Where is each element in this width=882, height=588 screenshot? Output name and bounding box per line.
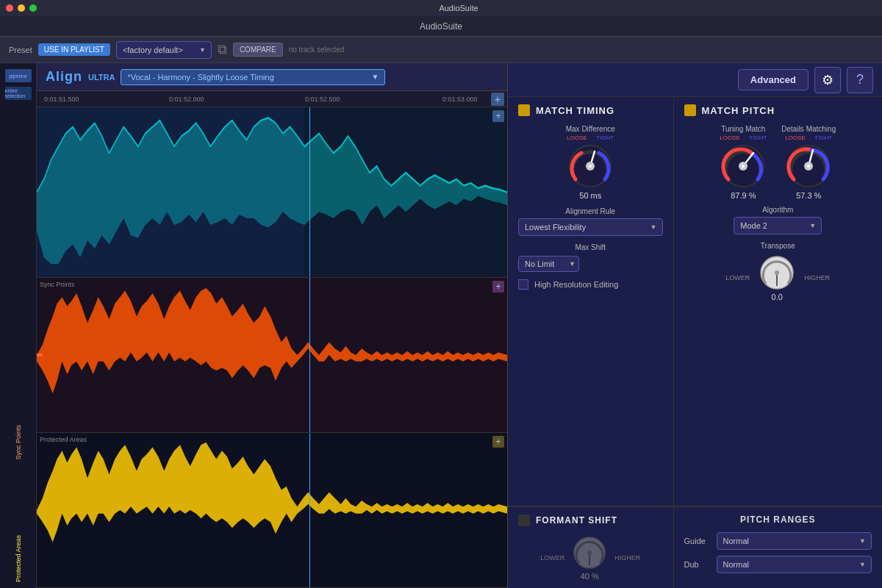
- help-button[interactable]: ?: [847, 67, 873, 93]
- ruler-add-button[interactable]: +: [491, 93, 504, 106]
- max-difference-label: Max Difference: [566, 125, 615, 133]
- higher-label: HIGHER: [804, 274, 830, 282]
- algorithm-select-wrapper: Mode 1 Mode 2 Mode 3: [734, 217, 822, 234]
- waveform-tracks: + + Sync Points: [37, 107, 507, 588]
- formant-section-header: FORMANT SHIFT: [518, 514, 663, 526]
- pitch-ranges-section: PITCH RANGES Guide Normal Low High Extra…: [674, 506, 882, 588]
- svg-point-18: [807, 165, 810, 168]
- dub-label: Dub: [684, 560, 711, 569]
- algorithm-label: Algorithm: [684, 206, 872, 214]
- high-res-label: High Resolution Editing: [534, 280, 618, 289]
- max-shift-label: Max Shift: [518, 243, 663, 251]
- max-difference-value: 50 ms: [579, 191, 601, 200]
- ruler-mark-4: 0:01:53.000: [442, 96, 478, 103]
- transpose-knob-row: LOWER 0.0: [684, 254, 872, 301]
- audiosuite-label: AudioSuite: [420, 21, 462, 32]
- tuning-loose-label: LOOSE: [720, 135, 740, 141]
- alignment-rule-label: Alignment Rule: [518, 207, 663, 215]
- max-difference-knob-container: Max Difference LOOSE TIGHT: [518, 125, 663, 200]
- track-yellow-add-button[interactable]: +: [492, 436, 504, 448]
- playhead-yellow: [309, 433, 310, 587]
- formant-lower-label: LOWER: [540, 554, 564, 562]
- max-difference-range: LOOSE TIGHT: [567, 135, 614, 141]
- track-orange-add-button[interactable]: +: [492, 281, 504, 293]
- use-in-playlist-button[interactable]: USE IN PLAYLIST: [38, 43, 110, 56]
- guide-range-row: Guide Normal Low High Extra Low Extra Hi…: [684, 532, 872, 550]
- track-label-orange: Sync Points: [15, 425, 22, 460]
- timing-tight-label: TIGHT: [596, 135, 614, 141]
- gear-button[interactable]: ⚙: [814, 67, 841, 93]
- minimize-dot[interactable]: [18, 4, 25, 12]
- waveform-yellow-svg: [37, 433, 507, 587]
- os-bar-title: AudioSuite: [41, 4, 876, 12]
- guide-select[interactable]: Normal Low High Extra Low Extra High: [717, 532, 872, 550]
- pitch-knobs-row: Tuning Match LOOSE TIGHT: [684, 125, 872, 200]
- high-res-checkbox[interactable]: [518, 279, 528, 290]
- algorithm-select[interactable]: Mode 1 Mode 2 Mode 3: [734, 217, 822, 234]
- alignment-rule-select[interactable]: Lowest Flexibility Medium Flexibility Hi…: [518, 218, 663, 236]
- track-orange-header: Sync Points: [37, 281, 75, 288]
- formant-knob-container: 40 %: [572, 535, 607, 581]
- ruler-mark-2: 0:01:52.000: [169, 96, 204, 103]
- timing-toggle[interactable]: [518, 104, 530, 116]
- timing-section-header: MATCH TIMING: [518, 104, 663, 116]
- tuning-match-value: 87.9 %: [731, 191, 756, 200]
- alignment-rule-group: Alignment Rule Lowest Flexibility Medium…: [518, 207, 663, 236]
- preset-dropdown[interactable]: *Vocal - Harmony - Slightly Loose Timing…: [121, 69, 385, 85]
- maximize-dot[interactable]: [29, 4, 37, 12]
- pitch-toggle[interactable]: [684, 104, 696, 116]
- sidebar-selection-btn[interactable]: entire selection: [5, 87, 32, 100]
- timing-section-title: MATCH TIMING: [536, 105, 614, 116]
- waveform-orange-svg: [37, 278, 507, 432]
- formant-knob[interactable]: [572, 535, 607, 570]
- plugin-main: pipeline entire selection Sync Points Pr…: [0, 63, 882, 588]
- track-teal-add-button[interactable]: +: [492, 110, 504, 122]
- details-matching-knob-container: Details Matching LOOSE TIGHT: [781, 125, 836, 200]
- details-matching-knob[interactable]: [785, 143, 832, 190]
- waveform-teal-svg: [37, 107, 507, 277]
- details-matching-label: Details Matching: [781, 125, 836, 133]
- ruler-mark-3: 0:01:52.500: [305, 96, 340, 103]
- svg-rect-2: [37, 107, 304, 277]
- advanced-button[interactable]: Advanced: [738, 69, 808, 90]
- max-shift-group: Max Shift No Limit 1 second 2 seconds 50…: [518, 243, 663, 272]
- dub-range-row: Dub Normal Low High Extra Low Extra High: [684, 556, 872, 573]
- ruler-mark-1: 0:01:51.500: [44, 96, 79, 103]
- sidebar-option-btn[interactable]: pipeline: [5, 69, 32, 82]
- compare-button[interactable]: COMPARE: [233, 43, 283, 57]
- pitch-section-title: MATCH PITCH: [702, 105, 775, 116]
- left-sidebar: pipeline entire selection Sync Points Pr…: [0, 63, 37, 588]
- track-yellow-header: Protected Areas: [37, 436, 87, 443]
- max-difference-knob[interactable]: [567, 143, 614, 190]
- playhead-orange: [309, 278, 310, 432]
- audiosuite-bar: AudioSuite: [0, 16, 882, 37]
- transpose-knob-container: 0.0: [759, 254, 795, 301]
- track-orange-tag: [37, 354, 43, 356]
- high-res-row: High Resolution Editing: [518, 279, 663, 290]
- transpose-label: Transpose: [684, 242, 872, 250]
- preset-name-input[interactable]: [116, 41, 212, 59]
- close-dot[interactable]: [6, 4, 13, 12]
- formant-toggle[interactable]: [518, 514, 530, 526]
- details-matching-value: 57.3 %: [796, 191, 821, 200]
- tuning-tight-label: TIGHT: [749, 135, 767, 141]
- chevron-down-icon: ▼: [372, 73, 379, 81]
- alignment-rule-select-wrapper: Lowest Flexibility Medium Flexibility Hi…: [518, 218, 663, 236]
- tuning-match-knob[interactable]: [720, 143, 767, 190]
- max-shift-select[interactable]: No Limit 1 second 2 seconds 500 ms: [518, 256, 579, 272]
- formant-section-title: FORMANT SHIFT: [536, 515, 617, 526]
- question-icon: ?: [856, 72, 864, 87]
- plugin-title-bar: Align ULTRA *Vocal - Harmony - Slightly …: [37, 63, 507, 91]
- transpose-knob[interactable]: [759, 254, 795, 291]
- plugin-brand: Align: [46, 69, 82, 85]
- svg-point-21: [775, 270, 779, 275]
- os-title-bar: AudioSuite: [0, 0, 882, 16]
- bottom-panels-row: FORMANT SHIFT LOWER 40 %: [508, 506, 882, 588]
- pitch-section-header: MATCH PITCH: [684, 104, 872, 116]
- tuning-match-knob-container: Tuning Match LOOSE TIGHT: [720, 125, 767, 200]
- formant-shift-panel: FORMANT SHIFT LOWER 40 %: [508, 506, 674, 588]
- timeline-ruler: 0:01:51.500 0:01:52.000 0:01:52.500 0:01…: [37, 91, 507, 107]
- formant-higher-label: HIGHER: [614, 554, 640, 562]
- dub-select[interactable]: Normal Low High Extra Low Extra High: [717, 556, 872, 573]
- copy-icon: ⧉: [218, 42, 227, 57]
